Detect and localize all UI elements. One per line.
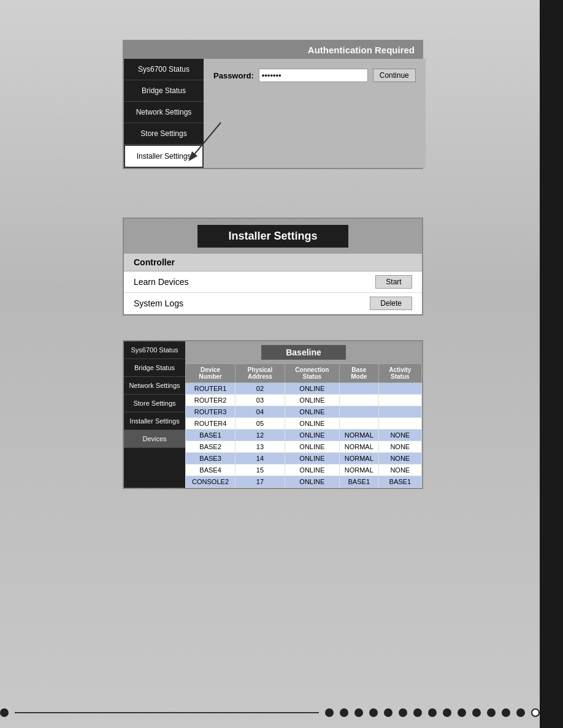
table-row[interactable]: ROUTER405ONLINE bbox=[186, 418, 422, 430]
delete-button[interactable]: Delete bbox=[370, 297, 412, 310]
baseline-title-row: Baseline bbox=[185, 341, 422, 363]
col-base-mode: Base Mode bbox=[339, 364, 378, 383]
p3-sidebar-installer[interactable]: Installer Settings bbox=[124, 412, 185, 430]
baseline-title: Baseline bbox=[261, 345, 346, 360]
nav-line bbox=[15, 712, 319, 713]
nav-dot-15[interactable] bbox=[516, 708, 525, 717]
p3-sidebar-store[interactable]: Store Settings bbox=[124, 395, 185, 412]
nav-dot-14[interactable] bbox=[502, 708, 510, 717]
nav-dot-1[interactable] bbox=[0, 708, 9, 717]
nav-dot-12[interactable] bbox=[472, 708, 481, 717]
table-row[interactable]: BASE213ONLINENORMALNONE bbox=[186, 441, 422, 453]
col-connection-status: Connection Status bbox=[285, 364, 339, 383]
nav-dot-13[interactable] bbox=[487, 708, 496, 717]
table-row[interactable]: ROUTER102ONLINE bbox=[186, 383, 422, 395]
auth-password-row: Password: Continue bbox=[213, 69, 416, 82]
nav-dot-10[interactable] bbox=[443, 708, 451, 717]
baseline-panel: Sys6700 Status Bridge Status Network Set… bbox=[123, 340, 423, 489]
panel3-sidebar: Sys6700 Status Bridge Status Network Set… bbox=[124, 341, 185, 488]
p3-sidebar-network[interactable]: Network Settings bbox=[124, 377, 185, 395]
bottom-nav bbox=[0, 708, 540, 717]
baseline-content: Baseline Device Number Physical Address … bbox=[185, 341, 422, 488]
nav-dot-7[interactable] bbox=[399, 708, 407, 717]
annotation-arrow bbox=[178, 116, 239, 178]
continue-button[interactable]: Continue bbox=[373, 69, 416, 82]
table-row[interactable]: ROUTER304ONLINE bbox=[186, 406, 422, 418]
installer-title: Installer Settings bbox=[197, 225, 348, 248]
start-button[interactable]: Start bbox=[375, 275, 412, 289]
col-activity-status: Activity Status bbox=[378, 364, 421, 383]
table-row[interactable]: BASE415ONLINENORMALNONE bbox=[186, 464, 422, 476]
nav-dot-3[interactable] bbox=[340, 708, 348, 717]
nav-dot-9[interactable] bbox=[428, 708, 437, 717]
installer-top: Installer Settings bbox=[124, 219, 422, 254]
p3-sidebar-sys6700[interactable]: Sys6700 Status bbox=[124, 341, 185, 359]
installer-panel: Installer Settings Controller Learn Devi… bbox=[123, 218, 423, 316]
auth-header: Authentication Required bbox=[124, 41, 422, 59]
col-physical-address: Physical Address bbox=[236, 364, 285, 383]
svg-line-0 bbox=[190, 123, 221, 159]
p3-sidebar-devices[interactable]: Devices bbox=[124, 430, 185, 448]
nav-dot-4[interactable] bbox=[354, 708, 363, 717]
controller-header: Controller bbox=[124, 254, 422, 271]
system-logs-label: System Logs bbox=[134, 298, 370, 308]
table-row[interactable]: CONSOLE217ONLINEBASE1BASE1 bbox=[186, 476, 422, 488]
devices-table: Device Number Physical Address Connectio… bbox=[185, 363, 422, 488]
p3-sidebar-bridge[interactable]: Bridge Status bbox=[124, 359, 185, 377]
learn-devices-label: Learn Devices bbox=[134, 277, 375, 287]
table-row[interactable]: BASE112ONLINENORMALNONE bbox=[186, 430, 422, 441]
table-row[interactable]: BASE314ONLINENORMALNONE bbox=[186, 453, 422, 464]
installer-rows: Learn Devices Start System Logs Delete bbox=[124, 271, 422, 314]
nav-dot-2[interactable] bbox=[325, 708, 334, 717]
system-logs-row: System Logs Delete bbox=[124, 293, 422, 314]
table-row[interactable]: ROUTER203ONLINE bbox=[186, 395, 422, 406]
nav-dot-11[interactable] bbox=[458, 708, 466, 717]
password-label: Password: bbox=[213, 71, 254, 80]
nav-dot-5[interactable] bbox=[369, 708, 378, 717]
sidebar-item-bridge[interactable]: Bridge Status bbox=[124, 80, 204, 102]
right-bar bbox=[540, 0, 563, 728]
nav-dot-16[interactable] bbox=[531, 708, 540, 717]
auth-panel: Authentication Required Sys6700 Status B… bbox=[123, 40, 423, 169]
password-input[interactable] bbox=[259, 69, 368, 82]
learn-devices-row: Learn Devices Start bbox=[124, 271, 422, 293]
nav-dot-6[interactable] bbox=[384, 708, 393, 717]
sidebar-item-sys6700[interactable]: Sys6700 Status bbox=[124, 59, 204, 80]
col-device-number: Device Number bbox=[186, 364, 236, 383]
nav-dot-8[interactable] bbox=[413, 708, 422, 717]
